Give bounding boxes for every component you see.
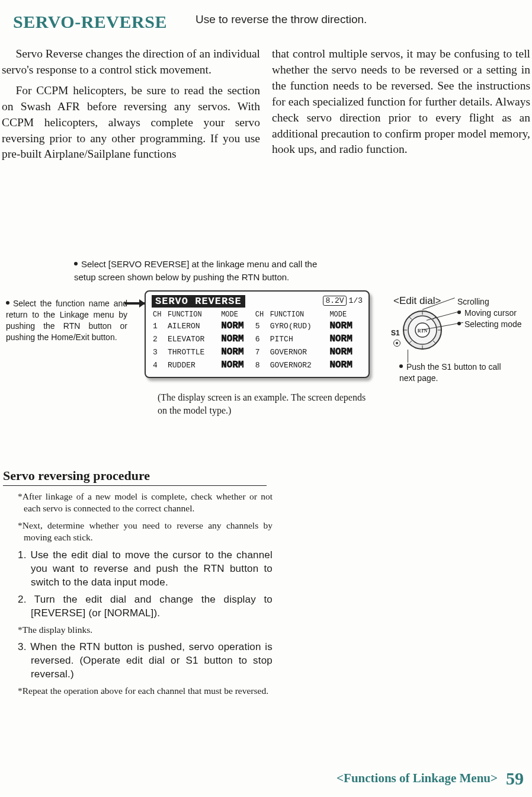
dial-note-moving: Moving cursor [464,308,517,318]
lcd-header-ch: CH [254,310,269,319]
dial-push-note: Push the S1 button to call next page. [399,361,506,384]
table-row: 4RUDDERNORM 8GOVERNOR2NORM [152,359,363,372]
lcd-table: CH FUNCTION MODE CH FUNCTION MODE 1AILER… [152,310,363,372]
table-row: 1AILERONNORM 5GYRO(RUD)NORM [152,319,363,332]
table-row: 3THROTTLENORM 7GOVERNORNORM [152,345,363,359]
page-title: SERVO-REVERSE [13,12,167,32]
s1-button-icon [393,340,400,347]
table-row: 2ELEVATORNORM 6PITCHNORM [152,332,363,345]
procedure-step: 3. When the RTN button is pushed, servo … [18,641,273,681]
bullet-icon [399,364,403,368]
body-p1: Servo Reverse changes the direction of a… [2,46,260,78]
procedure-step: 1. Use the edit dial to move the cursor … [18,549,273,590]
bullet-icon [457,311,461,314]
procedure-step: 2. Turn the edit dial and change the dis… [18,593,273,620]
lcd-voltage: 8.2V [323,296,346,306]
lcd-header-func: FUNCTION [269,310,329,319]
page-footer: <Functions of Linkage Menu> 59 [336,769,524,789]
body-columns: Servo Reverse changes the direction of a… [2,46,530,167]
instruction-return: Select the function name and return to t… [6,298,127,343]
procedure-title: Servo reversing procedure [3,468,267,486]
procedure-body: *After linkage of a new model is complet… [18,491,273,702]
callout-line [408,350,408,363]
bullet-icon [74,262,78,265]
lcd-title: SERVO REVERSE [152,295,245,308]
lcd-header-ch: CH [152,310,166,319]
procedure-note: *Next, determine whether you need to rev… [18,520,273,544]
footer-section: <Functions of Linkage Menu> [336,771,498,785]
footer-page-number: 59 [506,769,524,788]
body-p3: that control multiple servos, it may be … [272,46,530,158]
s1-label: S1 [391,329,400,337]
lcd-header-mode: MODE [220,310,254,319]
lcd-caption: (The display screen is an example. The s… [158,391,371,417]
bullet-icon [457,322,461,325]
procedure-note: *The display blinks. [18,624,273,636]
lcd-page: 1/3 [349,296,363,305]
lcd-header-func: FUNCTION [166,310,220,319]
dial-notes: Scrolling Moving cursor Selecting mode [457,296,522,330]
dial-note-scrolling: Scrolling [457,296,522,308]
procedure-note: *After linkage of a new model is complet… [18,491,273,515]
arrow-icon [124,302,145,305]
body-p2: For CCPM helicopters, be sure to read th… [2,83,260,163]
dial-note-selecting: Selecting mode [464,319,522,329]
lcd-header-mode: MODE [328,310,363,319]
procedure-note: *Repeat the operation above for each cha… [18,685,273,697]
page-subtitle: Use to reverse the throw direction. [196,13,367,26]
bullet-icon [6,301,9,305]
lcd-screen: SERVO REVERSE 1/3 8.2V CH FUNCTION MODE … [145,290,370,378]
instruction-select-menu: Select [SERVO REVERSE] at the linkage me… [74,258,329,284]
